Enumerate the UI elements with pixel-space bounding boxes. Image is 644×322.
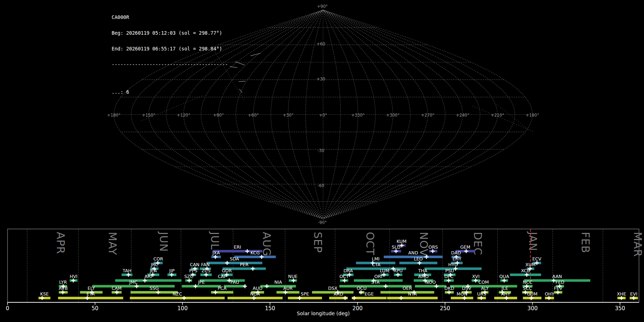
- peak-marker-CAM: [115, 291, 119, 294]
- shower-bar-NTA: [387, 297, 438, 299]
- shower-label-CAM: CAM: [112, 286, 122, 291]
- shower-label-KUM: KUM: [396, 239, 406, 244]
- shower-label-ORS: ORS: [429, 244, 438, 250]
- peak-marker-TAH: [126, 273, 130, 277]
- peak-marker-AUR: [283, 291, 287, 294]
- peak-marker-URS: [479, 296, 483, 300]
- shower-label-ALY: ALY: [481, 286, 489, 291]
- longitude-label: +30°: [283, 113, 293, 118]
- shower-label-NZC: NZC: [172, 291, 182, 297]
- shower-bar-KCG: [234, 256, 276, 258]
- shower-label-KSE: KSE: [40, 291, 49, 297]
- shower-label-PAU: PAU: [230, 279, 239, 285]
- shower-bar-NZC: [130, 297, 225, 299]
- shower-label-THA: THA: [418, 268, 428, 273]
- peak-marker-AVB: [61, 291, 65, 294]
- shower-label-JIP: JIP: [169, 268, 175, 273]
- shower-label-MON: MON: [457, 291, 467, 297]
- shower-label-JXA: JXA: [212, 250, 220, 255]
- peak-marker-RPU: [396, 273, 400, 277]
- peak-marker-ARD: [343, 296, 347, 300]
- peak-marker-KSE: [40, 296, 44, 300]
- shower-label-SCC: SCC: [523, 286, 532, 291]
- longitude-label: +0°: [319, 113, 327, 118]
- shower-bar-STA: [339, 285, 411, 288]
- shower-bar-SDA: [206, 262, 262, 264]
- shower-label-HYD: HYD: [448, 262, 458, 267]
- shower-label-NIA: NIA: [274, 279, 282, 285]
- peak-marker-EVI: [632, 296, 636, 300]
- x-tick-label: 50: [92, 305, 98, 312]
- longitude-label: +90°: [213, 113, 224, 118]
- shower-label-DSV: DSV: [462, 286, 472, 291]
- longitude-label: +60°: [248, 113, 259, 118]
- peak-marker-PER: [251, 267, 255, 271]
- shower-label-AAN: AAN: [552, 274, 562, 279]
- shower-label-NOO: NOO: [425, 279, 436, 285]
- pole-south-label: -90°: [318, 220, 327, 225]
- peak-marker-NOO: [434, 284, 438, 288]
- shower-bar-ETA: [58, 297, 123, 299]
- shower-bar-NOO: [415, 285, 447, 288]
- meteor-trail: [230, 67, 237, 68]
- shower-label-ZCS: ZCS: [201, 268, 210, 273]
- month-label: SEP: [312, 232, 324, 253]
- shower-label-DRA: DRA: [343, 268, 353, 273]
- shower-bar-MON: [451, 297, 473, 299]
- shower-label-XHE: XHE: [617, 291, 626, 297]
- app-window: +90°-90°+180°+150°+120°+90°+60°+30°+0°+3…: [0, 0, 644, 322]
- shower-label-PER: PER: [240, 262, 248, 267]
- shower-bar-AUR: [277, 291, 299, 294]
- shower-label-COR: COR: [153, 256, 164, 262]
- peak-marker-HVI: [71, 279, 75, 283]
- peak-marker-SPE: [298, 296, 302, 300]
- shower-label-FEV: FEV: [554, 286, 562, 291]
- shower-label-KCG: KCG: [250, 250, 260, 255]
- shower-label-SSG: SSG: [150, 286, 159, 291]
- activity-chart: APRMAYJUNJULAUGSEPOCTNOVDECJANFEBMARKUME…: [6, 229, 644, 316]
- shower-label-ECV: ECV: [532, 256, 542, 262]
- peak-marker-NDA: [252, 296, 256, 300]
- peak-marker-EGE: [352, 296, 356, 300]
- peak-marker-GEM: [464, 249, 468, 253]
- x-tick-label: 200: [352, 305, 363, 312]
- shower-label-XCB: XCB: [521, 268, 530, 273]
- shower-label-TAH: TAH: [122, 268, 132, 273]
- shower-label-SPE: SPE: [301, 291, 309, 297]
- peak-marker-PCA: [214, 291, 218, 294]
- shower-bar-AND: [384, 256, 443, 258]
- shower-label-ORI: ORI: [374, 274, 382, 279]
- month-label: JUN: [157, 231, 170, 252]
- shower-label-ELY: ELY: [88, 286, 95, 291]
- shower-label-DSX: DSX: [328, 286, 338, 291]
- reference-arc: [472, 106, 534, 132]
- peak-marker-QUA: [502, 279, 506, 283]
- shower-label-URS: URS: [477, 291, 486, 297]
- month-label: JUL: [209, 231, 221, 250]
- shower-bar-ARI: [115, 279, 181, 282]
- peak-marker-SZC: [187, 279, 191, 283]
- peak-marker-SLD: [394, 249, 398, 253]
- shower-label-GUM: GUM: [527, 291, 538, 297]
- peak-marker-JIP: [170, 273, 174, 277]
- month-label: MAR: [631, 232, 644, 257]
- shower-label-HVI: HVI: [70, 274, 78, 279]
- x-axis-title: Solar longitude (deg): [297, 311, 350, 316]
- peak-marker-JXA: [214, 255, 218, 259]
- peak-marker-FEV: [556, 291, 560, 294]
- shower-label-CTA: CTA: [372, 262, 381, 267]
- shower-label-NTA: NTA: [408, 291, 417, 297]
- peak-marker-OCT: [343, 279, 347, 283]
- peak-marker-XHE: [619, 296, 623, 300]
- shower-label-RPU: RPU: [394, 268, 402, 273]
- longitude-label: +180°: [526, 113, 539, 118]
- shower-label-AMO: AMO: [418, 274, 429, 279]
- x-tick-label: 250: [440, 305, 450, 312]
- shower-label-JLE: JLE: [501, 286, 508, 291]
- shower-label-SLD: SLD: [392, 244, 401, 250]
- shower-label-STA: STA: [371, 279, 380, 285]
- shower-label-NDA: NDA: [250, 291, 260, 297]
- peak-marker-LUM: [382, 273, 386, 277]
- shower-label-NUE: NUE: [288, 274, 297, 279]
- shower-bar-PAU: [224, 285, 246, 288]
